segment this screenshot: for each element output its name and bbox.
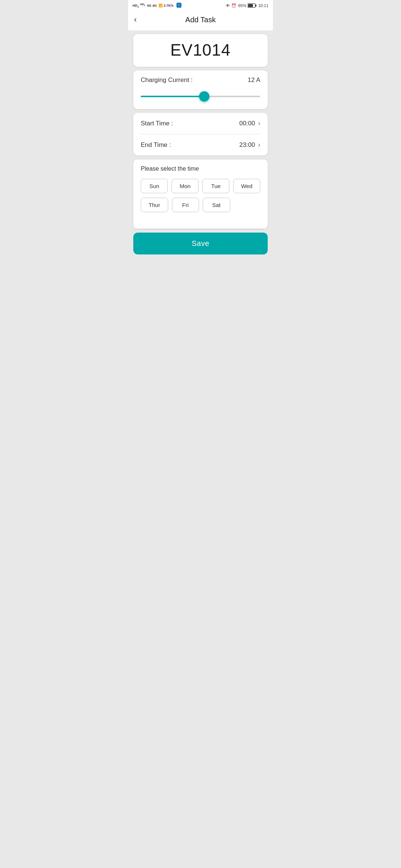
- start-time-chevron-icon: ›: [258, 119, 260, 127]
- battery-icon: [248, 3, 257, 8]
- status-bar: HD1 HD2 4G 4G 📶 2.7K/s i 👁 ⏰ 65% 10:11: [128, 0, 273, 10]
- battery-percent: 65%: [238, 3, 246, 8]
- ev-id-value: EV1014: [170, 41, 231, 59]
- eye-icon: 👁: [226, 3, 230, 8]
- bottom-space: [133, 258, 268, 309]
- day-button-sun[interactable]: Sun: [141, 179, 168, 193]
- svg-text:i: i: [179, 4, 179, 6]
- current-header: Charging Current : 12 A: [141, 76, 260, 84]
- day-selector-content: Please select the time Sun Mon Tue Wed T…: [133, 160, 268, 224]
- page-title: Add Task: [185, 16, 216, 24]
- end-time-chevron-icon: ›: [258, 141, 260, 149]
- day-buttons-row-2: Thur Fri Sat: [141, 198, 260, 212]
- start-time-value-wrapper: 00:00 ›: [239, 119, 260, 127]
- ev-id-card: EV1014: [133, 34, 268, 67]
- day-button-wed[interactable]: Wed: [233, 179, 260, 193]
- start-time-label: Start Time :: [141, 120, 173, 127]
- charging-current-card: Charging Current : 12 A: [133, 70, 268, 109]
- day-selector-label: Please select the time: [141, 165, 260, 172]
- current-value: 12 A: [248, 76, 260, 84]
- slider-container[interactable]: [141, 90, 260, 103]
- back-button[interactable]: ‹: [134, 14, 140, 25]
- day-selector-bottom-line: [133, 228, 268, 229]
- nav-bar: ‹ Add Task: [128, 10, 273, 30]
- network-icons: HD1 HD2 4G 4G 📶 2.7K/s: [133, 3, 173, 8]
- content-area: EV1014 Charging Current : 12 A Start Tim…: [128, 30, 273, 313]
- day-button-mon[interactable]: Mon: [172, 179, 199, 193]
- svg-rect-4: [248, 4, 253, 7]
- speed-icon: i: [176, 2, 182, 9]
- end-time-label: End Time :: [141, 141, 171, 149]
- day-selector-card: Please select the time Sun Mon Tue Wed T…: [133, 159, 268, 229]
- status-left: HD1 HD2 4G 4G 📶 2.7K/s i: [133, 2, 182, 9]
- day-button-thur[interactable]: Thur: [141, 198, 168, 212]
- day-button-tue[interactable]: Tue: [202, 179, 229, 193]
- day-button-sat[interactable]: Sat: [203, 198, 230, 212]
- start-time-row[interactable]: Start Time : 00:00 ›: [133, 113, 268, 134]
- status-right: 👁 ⏰ 65% 10:11: [226, 3, 268, 8]
- time-card: Start Time : 00:00 › End Time : 23:00 ›: [133, 113, 268, 155]
- save-button[interactable]: Save: [133, 233, 268, 254]
- end-time-value-wrapper: 23:00 ›: [239, 141, 260, 149]
- current-label: Charging Current :: [141, 76, 193, 84]
- alarm-icon: ⏰: [231, 3, 237, 8]
- time-display: 10:11: [258, 3, 268, 8]
- end-time-row[interactable]: End Time : 23:00 ›: [133, 134, 268, 155]
- svg-rect-3: [255, 4, 257, 6]
- day-button-fri[interactable]: Fri: [172, 198, 199, 212]
- day-buttons-row-1: Sun Mon Tue Wed: [141, 179, 260, 193]
- start-time-value: 00:00: [239, 120, 255, 127]
- end-time-value: 23:00: [239, 141, 255, 149]
